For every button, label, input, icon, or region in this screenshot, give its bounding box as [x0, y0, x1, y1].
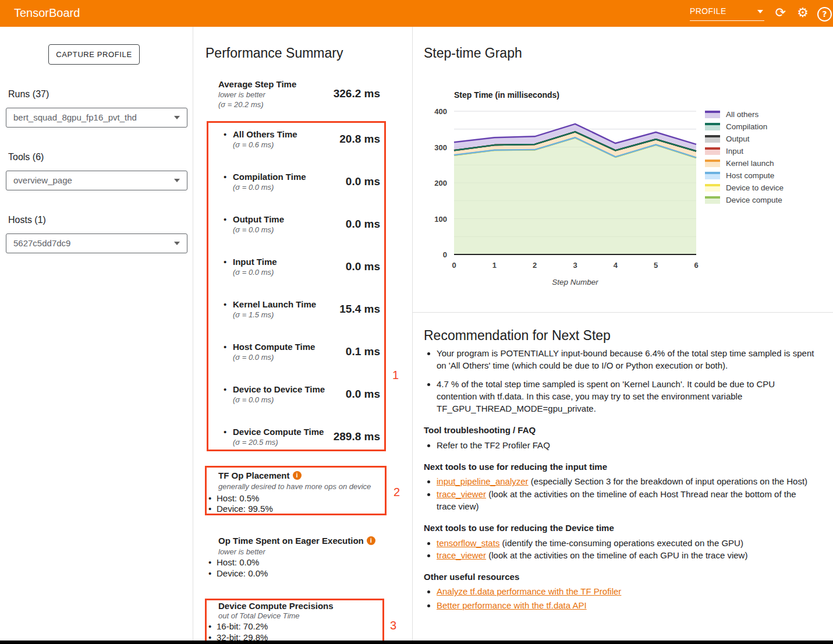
legend-label: Input	[726, 147, 743, 155]
legend-swatch	[705, 196, 720, 204]
precisions-title: Device Compute Precisions	[218, 601, 334, 611]
settings-gear-icon[interactable]: ⚙	[795, 5, 811, 21]
resource-item: Analyze tf.data performance with the TF …	[437, 585, 817, 597]
y-tick-label: 100	[434, 215, 447, 224]
section-divider	[413, 312, 833, 313]
x-axis-label: Step Number	[552, 278, 598, 286]
tf-op-placement-title-text: TF Op Placement	[218, 470, 290, 480]
hosts-select[interactable]: 5627c5dd7dc9	[6, 233, 187, 253]
tfdata-api-link[interactable]: Better performance with the tf.data API	[437, 600, 587, 610]
legend-item-device-compute: Device compute	[705, 196, 784, 204]
faq-list: Refer to the TF2 Profiler FAQ	[424, 439, 817, 451]
runs-label: Runs (37)	[8, 89, 49, 100]
faq-heading: Tool troubleshooting / FAQ	[424, 424, 817, 436]
device-tools-heading: Next tools to use for reducing the Devic…	[424, 522, 817, 534]
tools-label: Tools (6)	[8, 152, 44, 162]
tool-item: trace_viewer (look at the activities on …	[437, 488, 817, 513]
metric-value-host-compute-time: 0.1 ms	[294, 345, 380, 358]
trace-viewer-link[interactable]: trace_viewer	[437, 550, 486, 560]
step-time-chart: Step Time (in milliseconds)0100200300400…	[412, 82, 709, 296]
step-time-graph-title: Step-time Graph	[424, 45, 522, 61]
legend-swatch	[705, 135, 720, 143]
runs-select[interactable]: bert_squad_8gpu_fp16_pvt_thd	[6, 108, 187, 128]
legend-label: Output	[726, 135, 750, 143]
legend-swatch	[705, 160, 720, 167]
resource-item: Better performance with the tf.data API	[437, 599, 817, 611]
tool-item: input_pipeline_analyzer (especially Sect…	[437, 475, 817, 487]
x-tick-label: 1	[492, 261, 497, 270]
resources-list: Analyze tf.data performance with the TF …	[424, 585, 817, 611]
legend-label: All others	[726, 110, 758, 119]
recommendation-item: Your program is POTENTIALLY input-bound …	[437, 347, 817, 372]
eager-host-pct: Host: 0.0%	[217, 557, 259, 567]
y-tick-label: 400	[434, 107, 447, 116]
metric-sigma: (σ = 20.5 ms)	[233, 438, 278, 447]
input-tools-heading: Next tools to use for reducing the input…	[424, 461, 817, 473]
tool-item-text: (identify the time-consuming operations …	[499, 538, 743, 548]
tool-item: tensorflow_stats (identify the time-cons…	[437, 537, 817, 549]
x-tick-label: 0	[452, 261, 456, 270]
metric-sigma: (σ = 0.0 ms)	[233, 395, 274, 404]
metric-value-all-others-time: 20.8 ms	[294, 133, 380, 146]
legend-label: Host compute	[726, 171, 774, 180]
help-icon[interactable]: ?	[817, 7, 832, 22]
tfdata-profiler-link[interactable]: Analyze tf.data performance with the TF …	[437, 586, 621, 596]
sidebar-divider	[193, 27, 193, 641]
legend-swatch	[705, 123, 720, 130]
tensorboard-profile-page: TensorBoard PROFILE ⟳ ⚙ ? CAPTURE PROFIL…	[0, 0, 833, 644]
faq-item: Refer to the TF2 Profiler FAQ	[437, 439, 817, 451]
legend-item-output: Output	[705, 135, 784, 143]
x-tick-label: 3	[573, 261, 577, 270]
bullet-dot: •	[224, 384, 226, 394]
precision-16bit: 16-bit: 70.2%	[217, 621, 268, 631]
app-title: TensorBoard	[14, 6, 80, 20]
metric-sigma: (σ = 0.6 ms)	[233, 140, 274, 149]
metric-label-input-time: Input Time	[233, 257, 277, 267]
y-tick-label: 200	[434, 179, 447, 187]
info-icon[interactable]: i	[367, 536, 375, 545]
x-tick-label: 6	[694, 261, 698, 270]
legend-swatch	[705, 172, 720, 179]
tools-select[interactable]: overview_page	[6, 171, 187, 190]
avg-step-time-sigma: (σ = 20.2 ms)	[218, 100, 264, 109]
metric-value-device-compute-time: 289.8 ms	[294, 430, 380, 443]
refresh-icon[interactable]: ⟳	[772, 5, 789, 21]
info-icon[interactable]: i	[293, 471, 302, 480]
tf-op-device-pct: Device: 99.5%	[217, 504, 273, 514]
legend-swatch	[705, 184, 720, 192]
metric-label-output-time: Output Time	[233, 214, 284, 224]
input-pipeline-analyzer-link[interactable]: input_pipeline_analyzer	[437, 476, 529, 486]
legend-item-input: Input	[705, 147, 784, 155]
legend-swatch	[705, 111, 720, 118]
app-header: TensorBoard PROFILE ⟳ ⚙ ?	[0, 0, 833, 27]
bullet-dot: •	[224, 214, 226, 224]
chevron-down-icon	[757, 10, 763, 13]
bullet-dot: •	[224, 257, 226, 267]
bullet-dot: •	[224, 129, 226, 139]
metric-label-all-others-time: All Others Time	[233, 129, 297, 139]
chart-title: Step Time (in milliseconds)	[454, 90, 559, 100]
legend-item-device-to-device: Device to device	[705, 183, 784, 192]
bullet-dot: •	[208, 557, 211, 567]
eager-note: lower is better	[218, 547, 265, 556]
chevron-down-icon	[174, 242, 180, 245]
recommendation-list: Your program is POTENTIALLY input-bound …	[424, 347, 817, 415]
area-device-compute	[454, 138, 696, 254]
x-tick-label: 4	[614, 261, 618, 270]
metric-sigma: (σ = 0.0 ms)	[233, 225, 274, 234]
eager-title-text: Op Time Spent on Eager Execution	[218, 536, 364, 546]
tools-select-value: overview_page	[13, 175, 72, 185]
tensorflow-stats-link[interactable]: tensorflow_stats	[437, 538, 499, 548]
tf-op-host-pct: Host: 0.5%	[217, 493, 259, 503]
trace-viewer-link[interactable]: trace_viewer	[437, 489, 486, 499]
dashboard-selector-dropdown[interactable]: PROFILE	[690, 6, 764, 21]
bullet-dot: •	[208, 621, 211, 631]
capture-profile-button[interactable]: CAPTURE PROFILE	[48, 44, 140, 65]
y-tick-label: 300	[434, 143, 447, 152]
tool-item-text: (look at the activities on the timeline …	[486, 550, 747, 560]
hosts-select-value: 5627c5dd7dc9	[13, 238, 70, 248]
legend-label: Device to device	[726, 183, 784, 192]
precisions-note: out of Total Device Time	[218, 611, 300, 620]
device-tools-list: tensorflow_stats (identify the time-cons…	[424, 537, 817, 562]
resources-heading: Other useful resources	[424, 571, 817, 583]
